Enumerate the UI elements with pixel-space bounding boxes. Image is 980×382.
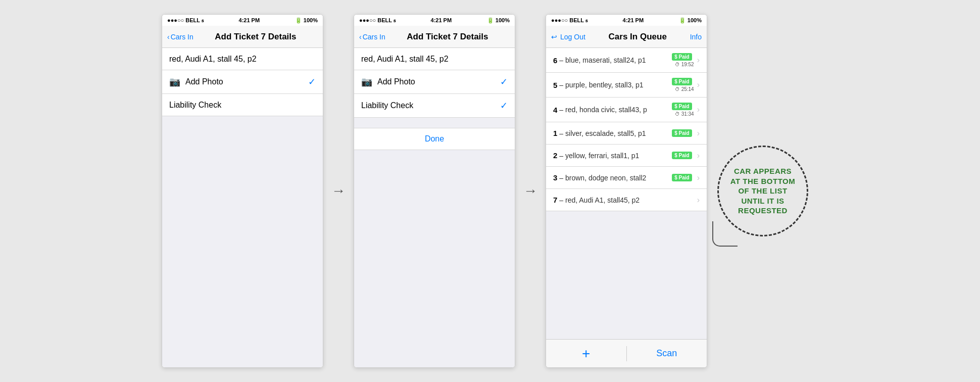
status-center-3: 4:21 PM [623, 17, 644, 23]
camera-icon-1: 📷 [169, 76, 180, 87]
queue-number-2: 2 [553, 151, 557, 160]
queue-badge-area-2: $ Paid [672, 152, 694, 159]
annotation-bubble-wrapper: CAR APPEARS AT THE BOTTOM OF THE LIST UN… [717, 146, 808, 236]
phone-screen-2: ●●●○○ BELL ᵴ 4:21 PM 🔋 100% ‹ Cars In Ad… [354, 14, 515, 368]
back-label-1: Cars In [171, 33, 193, 41]
chevron-2: › [697, 151, 700, 160]
back-button-1[interactable]: ‹ Cars In [167, 33, 193, 41]
queue-desc-3: – brown, dodge neon, stall2 [559, 174, 672, 182]
chevron-left-icon-1: ‹ [167, 33, 170, 41]
list-row-liability-1[interactable]: Liability Check [162, 94, 323, 116]
nav-bar-2: ‹ Cars In Add Ticket 7 Details [354, 26, 515, 48]
status-right-1: 🔋 100% [295, 17, 318, 24]
check-icon-photo-2: ✓ [500, 76, 508, 87]
paid-badge-5: $ Paid [672, 78, 692, 85]
bottom-toolbar-3: + Scan [546, 339, 707, 367]
chevron-5: › [697, 80, 700, 89]
done-button-2[interactable]: Done [354, 128, 515, 150]
annotation-text: CAR APPEARS AT THE BOTTOM OF THE LIST UN… [729, 166, 797, 216]
nav-bar-1: ‹ Cars In Add Ticket 7 Details [162, 26, 323, 48]
status-center-2: 4:21 PM [431, 17, 452, 23]
car-info-text-1: red, Audi A1, stall 45, p2 [169, 55, 316, 64]
queue-row-7[interactable]: 7 – red, Audi A1, stall45, p2 › [546, 189, 707, 211]
queue-badge-area-3: $ Paid [672, 174, 694, 181]
logout-icon-3: ↩ [551, 33, 557, 41]
time-6: ⏱ 19:52 [675, 62, 694, 67]
back-label-2: Cars In [363, 33, 385, 41]
check-icon-liability-2: ✓ [500, 100, 508, 111]
queue-row-3[interactable]: 3 – brown, dodge neon, stall2 $ Paid › [546, 167, 707, 189]
list-row-liability-2[interactable]: Liability Check ✓ [354, 94, 515, 118]
queue-row-6[interactable]: 6 – blue, maserati, stall24, p1 $ Paid ⏱… [546, 48, 707, 73]
paid-badge-6: $ Paid [672, 53, 692, 61]
blank-2b [354, 150, 515, 160]
list-section-2: red, Audi A1, stall 45, p2 📷 Add Photo ✓… [354, 48, 515, 118]
list-row-add-photo-2[interactable]: 📷 Add Photo ✓ [354, 70, 515, 94]
queue-row-5[interactable]: 5 – purple, bentley, stall3, p1 $ Paid ⏱… [546, 73, 707, 98]
chevron-4: › [697, 105, 700, 114]
paid-badge-3: $ Paid [672, 174, 692, 181]
nav-title-2: Add Ticket 7 Details [385, 32, 510, 42]
scan-button-3[interactable]: Scan [627, 340, 707, 367]
add-photo-text-2: Add Photo [377, 77, 500, 86]
phone-screen-3: ●●●○○ BELL ᵴ 4:21 PM 🔋 100% ↩ Log Out Ca… [546, 14, 707, 368]
list-row-add-photo-1[interactable]: 📷 Add Photo ✓ [162, 70, 323, 94]
queue-desc-7: – red, Audi A1, stall45, p2 [559, 196, 694, 204]
back-button-2[interactable]: ‹ Cars In [359, 33, 385, 41]
blank-2a [354, 118, 515, 128]
paid-badge-1: $ Paid [672, 129, 692, 137]
queue-number-3: 3 [553, 173, 557, 182]
status-bar-1: ●●●○○ BELL ᵴ 4:21 PM 🔋 100% [162, 15, 323, 26]
add-photo-text-1: Add Photo [185, 77, 308, 86]
annotation-container: CAR APPEARS AT THE BOTTOM OF THE LIST UN… [707, 146, 818, 236]
liability-text-2: Liability Check [361, 101, 500, 110]
chevron-7: › [697, 196, 700, 205]
blank-1 [162, 116, 323, 126]
queue-badge-area-5: $ Paid ⏱ 25:14 [672, 78, 694, 92]
queue-desc-5: – purple, bentley, stall3, p1 [559, 81, 672, 89]
status-left-1: ●●●○○ BELL ᵴ [167, 17, 204, 24]
queue-row-2[interactable]: 2 – yellow, ferrari, stall1, p1 $ Paid › [546, 145, 707, 167]
queue-nav-3: ↩ Log Out Cars In Queue Info [546, 26, 707, 48]
paid-badge-4: $ Paid [672, 103, 692, 110]
time-4: ⏱ 31:34 [675, 111, 694, 117]
status-bar-3: ●●●○○ BELL ᵴ 4:21 PM 🔋 100% [546, 15, 707, 26]
arrow-icon-2: → [523, 183, 537, 199]
arrow-1: → [323, 183, 354, 199]
info-button-3[interactable]: Info [690, 33, 702, 41]
queue-badge-area-4: $ Paid ⏱ 31:34 [672, 103, 694, 117]
queue-nav-title-3: Cars In Queue [585, 32, 690, 42]
chevron-6: › [697, 56, 700, 65]
check-icon-photo-1: ✓ [308, 76, 316, 87]
liability-text-1: Liability Check [169, 101, 316, 110]
logout-button-3[interactable]: ↩ Log Out [551, 33, 585, 41]
queue-desc-4: – red, honda civic, stall43, p [559, 106, 672, 114]
queue-number-6: 6 [553, 56, 557, 65]
queue-desc-1: – silver, escalade, stall5, p1 [559, 129, 672, 137]
list-row-car-info-1: red, Audi A1, stall 45, p2 [162, 48, 323, 70]
queue-row-1[interactable]: 1 – silver, escalade, stall5, p1 $ Paid … [546, 122, 707, 145]
status-bar-2: ●●●○○ BELL ᵴ 4:21 PM 🔋 100% [354, 15, 515, 26]
paid-badge-2: $ Paid [672, 152, 692, 159]
queue-badge-area-6: $ Paid ⏱ 19:52 [672, 53, 694, 67]
list-row-car-info-2: red, Audi A1, stall 45, p2 [354, 48, 515, 70]
arrow-icon-1: → [331, 183, 346, 199]
queue-number-1: 1 [553, 129, 557, 137]
status-left-3: ●●●○○ BELL ᵴ [551, 17, 587, 24]
queue-row-4[interactable]: 4 – red, honda civic, stall43, p $ Paid … [546, 98, 707, 122]
status-right-2: 🔋 100% [487, 17, 510, 24]
chevron-1: › [697, 129, 700, 138]
arrow-2: → [515, 183, 546, 199]
scan-label-3: Scan [656, 348, 677, 359]
annotation-line [712, 221, 738, 247]
status-center-1: 4:21 PM [239, 17, 260, 23]
chevron-3: › [697, 173, 700, 182]
content-area-1: red, Audi A1, stall 45, p2 📷 Add Photo ✓… [162, 48, 323, 367]
status-right-3: 🔋 100% [679, 17, 702, 24]
queue-content-3: 6 – blue, maserati, stall24, p1 $ Paid ⏱… [546, 48, 707, 339]
queue-number-4: 4 [553, 106, 557, 114]
car-info-text-2: red, Audi A1, stall 45, p2 [361, 55, 508, 64]
status-left-2: ●●●○○ BELL ᵴ [359, 17, 396, 24]
add-button-3[interactable]: + [546, 340, 626, 367]
phone-screen-1: ●●●○○ BELL ᵴ 4:21 PM 🔋 100% ‹ Cars In Ad… [162, 14, 323, 368]
